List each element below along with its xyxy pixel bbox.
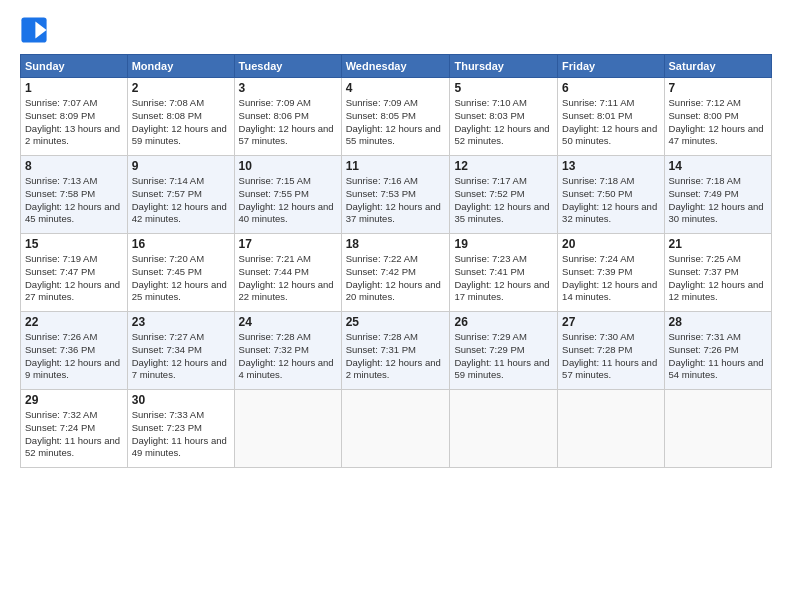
day-number: 22 [25, 315, 123, 329]
day-number: 20 [562, 237, 659, 251]
day-number: 14 [669, 159, 767, 173]
weekday-header-monday: Monday [127, 55, 234, 78]
calendar-cell: 2 Sunrise: 7:08 AMSunset: 8:08 PMDayligh… [127, 78, 234, 156]
weekday-header-thursday: Thursday [450, 55, 558, 78]
day-number: 4 [346, 81, 446, 95]
day-info: Sunrise: 7:18 AMSunset: 7:49 PMDaylight:… [669, 175, 767, 226]
day-number: 8 [25, 159, 123, 173]
day-number: 11 [346, 159, 446, 173]
day-info: Sunrise: 7:13 AMSunset: 7:58 PMDaylight:… [25, 175, 123, 226]
calendar-cell: 7 Sunrise: 7:12 AMSunset: 8:00 PMDayligh… [664, 78, 771, 156]
day-number: 21 [669, 237, 767, 251]
day-info: Sunrise: 7:09 AMSunset: 8:06 PMDaylight:… [239, 97, 337, 148]
calendar-cell: 17 Sunrise: 7:21 AMSunset: 7:44 PMDaylig… [234, 234, 341, 312]
day-info: Sunrise: 7:09 AMSunset: 8:05 PMDaylight:… [346, 97, 446, 148]
day-info: Sunrise: 7:22 AMSunset: 7:42 PMDaylight:… [346, 253, 446, 304]
day-number: 30 [132, 393, 230, 407]
weekday-header-saturday: Saturday [664, 55, 771, 78]
calendar-cell: 9 Sunrise: 7:14 AMSunset: 7:57 PMDayligh… [127, 156, 234, 234]
day-number: 25 [346, 315, 446, 329]
day-number: 6 [562, 81, 659, 95]
calendar-cell [450, 390, 558, 468]
weekday-header-row: SundayMondayTuesdayWednesdayThursdayFrid… [21, 55, 772, 78]
calendar-week-3: 15 Sunrise: 7:19 AMSunset: 7:47 PMDaylig… [21, 234, 772, 312]
day-number: 23 [132, 315, 230, 329]
day-info: Sunrise: 7:12 AMSunset: 8:00 PMDaylight:… [669, 97, 767, 148]
calendar-cell: 21 Sunrise: 7:25 AMSunset: 7:37 PMDaylig… [664, 234, 771, 312]
calendar-cell: 13 Sunrise: 7:18 AMSunset: 7:50 PMDaylig… [558, 156, 664, 234]
calendar-cell: 8 Sunrise: 7:13 AMSunset: 7:58 PMDayligh… [21, 156, 128, 234]
day-number: 26 [454, 315, 553, 329]
day-info: Sunrise: 7:21 AMSunset: 7:44 PMDaylight:… [239, 253, 337, 304]
day-info: Sunrise: 7:10 AMSunset: 8:03 PMDaylight:… [454, 97, 553, 148]
day-info: Sunrise: 7:15 AMSunset: 7:55 PMDaylight:… [239, 175, 337, 226]
day-number: 17 [239, 237, 337, 251]
calendar-cell [341, 390, 450, 468]
day-info: Sunrise: 7:31 AMSunset: 7:26 PMDaylight:… [669, 331, 767, 382]
calendar-cell: 11 Sunrise: 7:16 AMSunset: 7:53 PMDaylig… [341, 156, 450, 234]
calendar-cell: 29 Sunrise: 7:32 AMSunset: 7:24 PMDaylig… [21, 390, 128, 468]
calendar-cell: 26 Sunrise: 7:29 AMSunset: 7:29 PMDaylig… [450, 312, 558, 390]
day-number: 12 [454, 159, 553, 173]
day-info: Sunrise: 7:33 AMSunset: 7:23 PMDaylight:… [132, 409, 230, 460]
calendar-week-4: 22 Sunrise: 7:26 AMSunset: 7:36 PMDaylig… [21, 312, 772, 390]
day-info: Sunrise: 7:19 AMSunset: 7:47 PMDaylight:… [25, 253, 123, 304]
calendar-cell: 24 Sunrise: 7:28 AMSunset: 7:32 PMDaylig… [234, 312, 341, 390]
day-info: Sunrise: 7:28 AMSunset: 7:31 PMDaylight:… [346, 331, 446, 382]
day-info: Sunrise: 7:17 AMSunset: 7:52 PMDaylight:… [454, 175, 553, 226]
day-info: Sunrise: 7:24 AMSunset: 7:39 PMDaylight:… [562, 253, 659, 304]
day-info: Sunrise: 7:07 AMSunset: 8:09 PMDaylight:… [25, 97, 123, 148]
day-number: 28 [669, 315, 767, 329]
day-info: Sunrise: 7:25 AMSunset: 7:37 PMDaylight:… [669, 253, 767, 304]
calendar-cell: 30 Sunrise: 7:33 AMSunset: 7:23 PMDaylig… [127, 390, 234, 468]
header [20, 16, 772, 44]
day-number: 9 [132, 159, 230, 173]
calendar-cell: 10 Sunrise: 7:15 AMSunset: 7:55 PMDaylig… [234, 156, 341, 234]
day-number: 5 [454, 81, 553, 95]
day-info: Sunrise: 7:14 AMSunset: 7:57 PMDaylight:… [132, 175, 230, 226]
calendar-cell: 12 Sunrise: 7:17 AMSunset: 7:52 PMDaylig… [450, 156, 558, 234]
day-info: Sunrise: 7:23 AMSunset: 7:41 PMDaylight:… [454, 253, 553, 304]
day-number: 13 [562, 159, 659, 173]
calendar-cell: 18 Sunrise: 7:22 AMSunset: 7:42 PMDaylig… [341, 234, 450, 312]
calendar-week-1: 1 Sunrise: 7:07 AMSunset: 8:09 PMDayligh… [21, 78, 772, 156]
calendar-cell: 1 Sunrise: 7:07 AMSunset: 8:09 PMDayligh… [21, 78, 128, 156]
calendar-cell: 28 Sunrise: 7:31 AMSunset: 7:26 PMDaylig… [664, 312, 771, 390]
calendar-cell [558, 390, 664, 468]
day-number: 15 [25, 237, 123, 251]
calendar-cell: 23 Sunrise: 7:27 AMSunset: 7:34 PMDaylig… [127, 312, 234, 390]
weekday-header-friday: Friday [558, 55, 664, 78]
calendar-cell: 15 Sunrise: 7:19 AMSunset: 7:47 PMDaylig… [21, 234, 128, 312]
day-number: 16 [132, 237, 230, 251]
logo-icon [20, 16, 48, 44]
calendar-cell: 16 Sunrise: 7:20 AMSunset: 7:45 PMDaylig… [127, 234, 234, 312]
day-number: 29 [25, 393, 123, 407]
weekday-header-wednesday: Wednesday [341, 55, 450, 78]
day-number: 1 [25, 81, 123, 95]
day-info: Sunrise: 7:28 AMSunset: 7:32 PMDaylight:… [239, 331, 337, 382]
day-number: 18 [346, 237, 446, 251]
day-number: 2 [132, 81, 230, 95]
day-info: Sunrise: 7:20 AMSunset: 7:45 PMDaylight:… [132, 253, 230, 304]
day-number: 19 [454, 237, 553, 251]
calendar-cell: 20 Sunrise: 7:24 AMSunset: 7:39 PMDaylig… [558, 234, 664, 312]
logo [20, 16, 52, 44]
calendar-cell [664, 390, 771, 468]
day-number: 3 [239, 81, 337, 95]
day-info: Sunrise: 7:29 AMSunset: 7:29 PMDaylight:… [454, 331, 553, 382]
day-info: Sunrise: 7:32 AMSunset: 7:24 PMDaylight:… [25, 409, 123, 460]
page: SundayMondayTuesdayWednesdayThursdayFrid… [0, 0, 792, 612]
day-info: Sunrise: 7:16 AMSunset: 7:53 PMDaylight:… [346, 175, 446, 226]
calendar-table: SundayMondayTuesdayWednesdayThursdayFrid… [20, 54, 772, 468]
day-number: 24 [239, 315, 337, 329]
day-info: Sunrise: 7:30 AMSunset: 7:28 PMDaylight:… [562, 331, 659, 382]
calendar-week-5: 29 Sunrise: 7:32 AMSunset: 7:24 PMDaylig… [21, 390, 772, 468]
calendar-cell: 25 Sunrise: 7:28 AMSunset: 7:31 PMDaylig… [341, 312, 450, 390]
calendar-cell [234, 390, 341, 468]
calendar-cell: 4 Sunrise: 7:09 AMSunset: 8:05 PMDayligh… [341, 78, 450, 156]
day-number: 7 [669, 81, 767, 95]
day-number: 10 [239, 159, 337, 173]
calendar-cell: 19 Sunrise: 7:23 AMSunset: 7:41 PMDaylig… [450, 234, 558, 312]
weekday-header-tuesday: Tuesday [234, 55, 341, 78]
day-info: Sunrise: 7:26 AMSunset: 7:36 PMDaylight:… [25, 331, 123, 382]
